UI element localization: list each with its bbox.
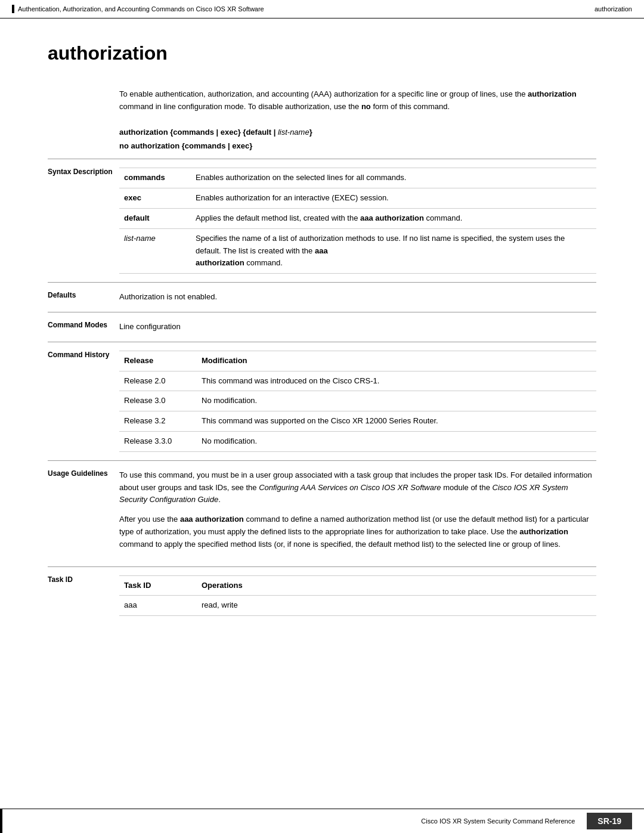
task-id-label: Task ID — [48, 575, 119, 617]
defaults-content: Authorization is not enabled. — [119, 291, 596, 304]
header-left-text: Authentication, Authorization, and Accou… — [18, 5, 264, 13]
header-right-text: authorization — [595, 5, 632, 13]
table-row: commands Enables authorization on the se… — [119, 168, 596, 188]
command-modes-section: Command Modes Line configuration — [48, 312, 596, 342]
history-release: Release 3.3.0 — [119, 431, 197, 451]
syntax-desc-default: Applies the default method list, created… — [191, 208, 596, 228]
page-title: authorization — [48, 42, 596, 64]
defaults-label: Defaults — [48, 291, 119, 304]
footer-bar — [0, 809, 2, 833]
syntax-description-content: commands Enables authorization on the se… — [119, 168, 596, 274]
command-syntax-block: authorization {commands | exec} {default… — [119, 125, 596, 153]
header-left: Authentication, Authorization, and Accou… — [12, 5, 264, 13]
syntax-description-label: Syntax Description — [48, 168, 119, 274]
history-modification: No modification. — [197, 431, 596, 451]
table-row: list-name Specifies the name of a list o… — [119, 228, 596, 273]
history-release: Release 3.0 — [119, 391, 197, 411]
syntax-key-listname: list-name — [119, 228, 191, 273]
intro-bold-no: no — [361, 102, 371, 111]
history-modification: This command was supported on the Cisco … — [197, 411, 596, 432]
intro-bold-authorization: authorization — [528, 89, 577, 98]
page-title-area: authorization — [0, 18, 644, 88]
usage-guidelines-section: Usage Guidelines To use this command, yo… — [48, 460, 596, 566]
page-number: SR-19 — [587, 813, 632, 829]
usage-para-1: To use this command, you must be in a us… — [119, 469, 596, 506]
command-modes-content: Line configuration — [119, 321, 596, 333]
syntax-description-section: Syntax Description commands Enables auth… — [48, 159, 596, 282]
task-col-id: Task ID — [119, 575, 197, 596]
history-release: Release 2.0 — [119, 371, 197, 391]
syntax-key-commands: commands — [119, 168, 191, 188]
syntax-line-2: no authorization {commands | exec} — [119, 139, 596, 153]
history-col-release: Release — [119, 351, 197, 371]
task-row: aaaread, write — [119, 596, 596, 616]
history-row: Release 3.0No modification. — [119, 391, 596, 411]
header-bar-icon — [12, 5, 14, 13]
syntax-desc-commands: Enables authorization on the selected li… — [191, 168, 596, 188]
syntax-table: commands Enables authorization on the se… — [119, 168, 596, 274]
task-header-row: Task ID Operations — [119, 575, 596, 596]
command-history-label: Command History — [48, 351, 119, 452]
page-container: Authentication, Authorization, and Accou… — [0, 0, 644, 833]
task-table: Task ID Operations aaaread, write — [119, 575, 596, 617]
task-id-section: Task ID Task ID Operations aaaread, writ… — [48, 566, 596, 625]
table-row: exec Enables authorization for an intera… — [119, 188, 596, 209]
syntax-desc-listname: Specifies the name of a list of authoriz… — [191, 228, 596, 273]
syntax-line-1: authorization {commands | exec} {default… — [119, 125, 596, 139]
top-header: Authentication, Authorization, and Accou… — [0, 0, 644, 18]
footer-center-text: Cisco IOS XR System Security Command Ref… — [12, 817, 587, 825]
history-row: Release 3.2This command was supported on… — [119, 411, 596, 432]
history-table: Release Modification Release 2.0This com… — [119, 351, 596, 452]
command-history-content: Release Modification Release 2.0This com… — [119, 351, 596, 452]
history-row: Release 2.0This command was introduced o… — [119, 371, 596, 391]
table-row: default Applies the default method list,… — [119, 208, 596, 228]
history-release: Release 3.2 — [119, 411, 197, 432]
history-modification: This command was introduced on the Cisco… — [197, 371, 596, 391]
usage-guidelines-label: Usage Guidelines — [48, 469, 119, 558]
task-operations-cell: read, write — [197, 596, 596, 616]
syntax-desc-exec: Enables authorization for an interactive… — [191, 188, 596, 209]
usage-guidelines-content: To use this command, you must be in a us… — [119, 469, 596, 558]
syntax-key-exec: exec — [119, 188, 191, 209]
history-header-row: Release Modification — [119, 351, 596, 371]
intro-text: To enable authentication, authorization,… — [119, 88, 596, 113]
command-modes-label: Command Modes — [48, 321, 119, 333]
usage-para-2: After you use the aaa authorization comm… — [119, 513, 596, 550]
defaults-section: Defaults Authorization is not enabled. — [48, 282, 596, 312]
syntax-key-default: default — [119, 208, 191, 228]
task-col-ops: Operations — [197, 575, 596, 596]
task-id-content: Task ID Operations aaaread, write — [119, 575, 596, 617]
command-history-section: Command History Release Modification Rel… — [48, 342, 596, 460]
history-col-modification: Modification — [197, 351, 596, 371]
task-id-cell: aaa — [119, 596, 197, 616]
bottom-footer: Cisco IOS XR System Security Command Ref… — [0, 809, 644, 833]
history-modification: No modification. — [197, 391, 596, 411]
history-row: Release 3.3.0No modification. — [119, 431, 596, 451]
main-content: To enable authentication, authorization,… — [0, 88, 644, 648]
